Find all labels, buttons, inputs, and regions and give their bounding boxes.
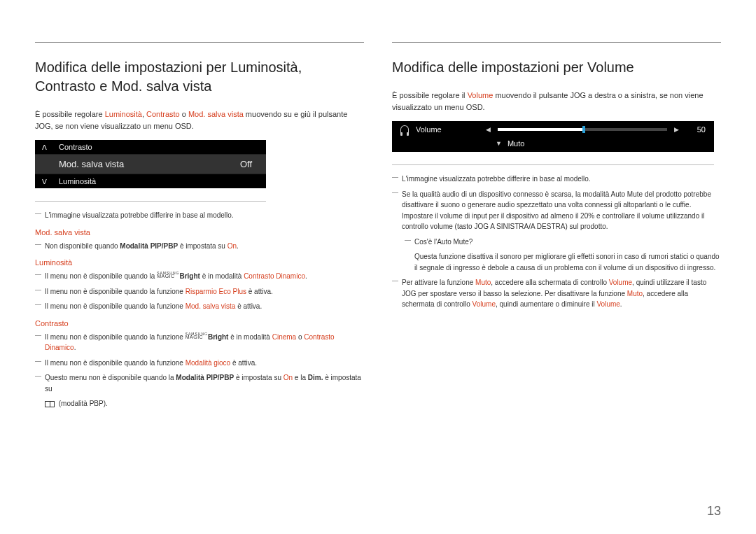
- muto-row: ▼ Muto: [392, 138, 714, 152]
- sub-note-a: Questa funzione disattiva il sonoro per …: [414, 251, 721, 273]
- bold: Modalità PIP/PBP: [120, 242, 178, 250]
- osd-down-label: Luminosità: [59, 177, 259, 185]
- bold: Dim.: [308, 374, 323, 381]
- osd-volume: Volume ◀ ▶ 50 ▼ Muto: [392, 121, 714, 152]
- vol-label: Volume: [416, 125, 479, 134]
- text: Il menu non è disponibile quando la funz…: [45, 302, 186, 310]
- text: Non disponibile quando: [45, 242, 120, 250]
- hl: Modalità gioco: [186, 359, 230, 367]
- triangle-left-icon: ◀: [486, 126, 491, 133]
- hl: Muto: [627, 290, 643, 297]
- note-image-vary: L'immagine visualizzata potrebbe differi…: [392, 174, 721, 185]
- hl: Volume: [609, 279, 632, 286]
- text: o: [296, 333, 304, 341]
- hl: Risparmio Eco Plus: [186, 288, 246, 295]
- note-tail: (modalità PBP).: [35, 398, 364, 409]
- pbp-icon: [45, 401, 55, 407]
- hl: Mod. salva vista: [188, 110, 244, 118]
- slider-thumb: [582, 126, 585, 133]
- osd-up-label: Contrasto: [59, 143, 259, 151]
- text: .: [74, 344, 76, 351]
- text: È possibile regolare il: [392, 91, 468, 99]
- text: , quindi aumentare o diminuire il: [496, 300, 597, 308]
- page-content: Modifica delle impostazioni per Luminosi…: [0, 0, 756, 414]
- note: Il menu non è disponibile quando la funz…: [35, 301, 364, 312]
- osd-brightness: ᐱ Contrasto Mod. salva vista Off ᐯ Lumin…: [35, 140, 266, 188]
- right-column: Modifica delle impostazioni per Volume È…: [392, 42, 721, 414]
- text: è in modalità: [228, 333, 272, 341]
- hl: Muto: [475, 279, 491, 286]
- left-column: Modifica delle impostazioni per Luminosi…: [35, 42, 364, 414]
- text: è attiva.: [246, 288, 273, 295]
- hl: Cinema: [272, 333, 296, 341]
- note-automute: Se la qualità audio di un dispositivo co…: [392, 189, 721, 232]
- text: .: [305, 272, 307, 280]
- page-number: 13: [707, 504, 721, 519]
- text: Per attivare la funzione: [402, 279, 475, 286]
- text: è impostata su: [234, 374, 284, 381]
- hl: Mod. salva vista: [186, 302, 236, 310]
- hl: Contrasto: [146, 110, 180, 118]
- text: Il menu non è disponibile quando la funz…: [45, 333, 186, 341]
- note: Il menu non è disponibile quando la funz…: [35, 358, 364, 369]
- text: e la: [293, 374, 308, 381]
- sub-note-q: Cos'è l'Auto Mute?: [405, 237, 721, 248]
- magic-icon: SAMSUNGMAGIC: [186, 332, 208, 339]
- text: o: [180, 110, 188, 118]
- vol-value: 50: [686, 125, 706, 134]
- slider-fill: [498, 128, 582, 131]
- text: è impostata su: [178, 242, 227, 250]
- hl: Volume: [597, 300, 620, 308]
- hl: Contrasto Dinamico: [244, 272, 305, 280]
- note-image-vary: L'immagine visualizzata potrebbe differi…: [35, 210, 364, 221]
- headphone-icon: [400, 125, 409, 134]
- text: È possibile regolare: [35, 110, 105, 118]
- text: Il menu non è disponibile quando la: [45, 272, 157, 280]
- text: (modalità PBP).: [57, 400, 108, 407]
- bold: Bright: [208, 333, 228, 341]
- bold: Modalità PIP/PBP: [176, 374, 234, 381]
- separator: [392, 164, 714, 165]
- text: è in modalità: [200, 272, 244, 280]
- note: Il menu non è disponibile quando la funz…: [35, 286, 364, 297]
- osd-sel-value: Off: [240, 159, 252, 169]
- text: è attiva.: [230, 359, 257, 367]
- hl: On: [284, 374, 293, 381]
- bold: Bright: [179, 272, 200, 280]
- triangle-right-icon: ▶: [674, 126, 679, 133]
- chevron-up-icon: ᐱ: [42, 143, 52, 151]
- separator: [35, 201, 266, 202]
- note: Questo menu non è disponibile quando la …: [35, 372, 364, 394]
- heading-right: Modifica delle impostazioni per Volume: [392, 58, 721, 77]
- top-rule-right: [392, 42, 721, 43]
- text: Questo menu non è disponibile quando la: [45, 374, 176, 381]
- muto-label: Muto: [507, 139, 524, 148]
- chevron-down-icon: ᐯ: [42, 178, 52, 185]
- magic-icon: SAMSUNGMAGIC: [157, 272, 179, 279]
- heading-left: Modifica delle impostazioni per Luminosi…: [35, 58, 364, 96]
- note-muto: Per attivare la funzione Muto, accedere …: [392, 277, 721, 310]
- intro-left: È possibile regolare Luminosità, Contras…: [35, 108, 364, 132]
- note: Non disponibile quando Modalità PIP/PBP …: [35, 241, 364, 252]
- osd-row-down: ᐯ Luminosità: [35, 174, 266, 188]
- hl: Luminosità: [105, 110, 142, 118]
- section-label-eye: Mod. salva vista: [35, 228, 364, 237]
- text: è attiva.: [235, 302, 262, 310]
- osd-row-up: ᐱ Contrasto: [35, 140, 266, 155]
- note: Il menu non è disponibile quando la SAMS…: [35, 271, 364, 282]
- text: , accedere alla schermata di controllo: [491, 279, 608, 286]
- intro-right: È possibile regolare il Volume muovendo …: [392, 90, 721, 113]
- osd-sel-label: Mod. salva vista: [59, 159, 233, 169]
- note: Il menu non è disponibile quando la funz…: [35, 332, 364, 353]
- top-rule-left: [35, 42, 364, 43]
- text: .: [237, 242, 239, 250]
- osd-row-selected: Mod. salva vista Off: [35, 155, 266, 174]
- text: Il menu non è disponibile quando la funz…: [45, 288, 186, 295]
- vol-row: Volume ◀ ▶ 50: [392, 121, 714, 138]
- section-label-con: Contrasto: [35, 319, 364, 328]
- hl: On: [227, 242, 237, 250]
- text: .: [620, 300, 622, 308]
- text: Il menu non è disponibile quando la funz…: [45, 359, 186, 367]
- triangle-down-icon: ▼: [496, 140, 502, 147]
- volume-slider: [498, 128, 667, 131]
